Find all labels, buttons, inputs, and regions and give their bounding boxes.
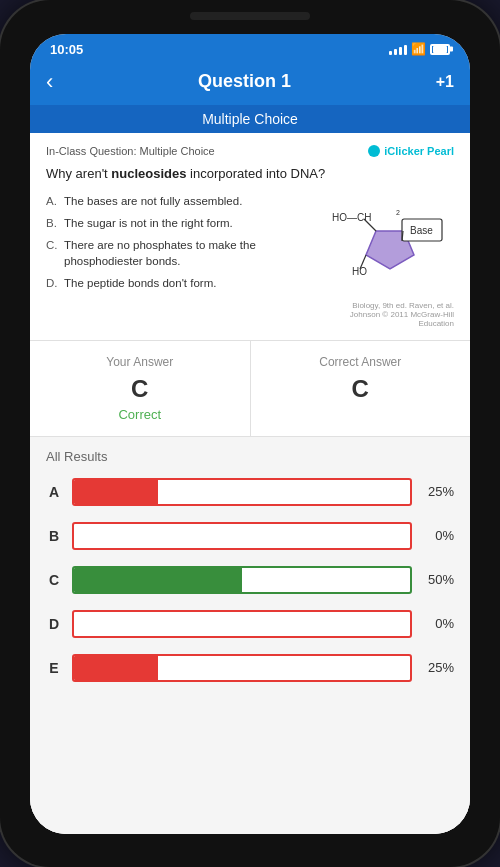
result-label: A — [46, 484, 62, 500]
result-bar-fill — [74, 568, 242, 592]
question-body: A. The bases are not fully assembled. B.… — [46, 193, 454, 328]
result-label: E — [46, 660, 62, 676]
question-type-meta: In-Class Question: Multiple Choice — [46, 145, 215, 157]
your-answer-label: Your Answer — [46, 355, 234, 369]
image-credit: Biology, 9th ed. Raven, et al. Johnson ©… — [324, 301, 454, 328]
answer-section: Your Answer C Correct Correct Answer C — [30, 341, 470, 437]
signal-icon — [389, 43, 407, 55]
content-area: In-Class Question: Multiple Choice iClic… — [30, 133, 470, 834]
question-type-label: Multiple Choice — [202, 111, 298, 127]
nav-header: ‹ Question 1 +1 — [30, 61, 470, 105]
result-bar-fill — [74, 656, 158, 680]
result-bar-container — [72, 478, 412, 506]
result-label: C — [46, 572, 62, 588]
choice-a: A. The bases are not fully assembled. — [46, 193, 316, 209]
result-bar-container — [72, 654, 412, 682]
result-label: B — [46, 528, 62, 544]
phone-screen: 10:05 📶 ‹ Question 1 +1 Multip — [30, 34, 470, 834]
your-answer-status: Correct — [46, 407, 234, 422]
question-meta: In-Class Question: Multiple Choice iClic… — [46, 145, 454, 157]
result-pct: 50% — [422, 572, 454, 587]
choice-d: D. The peptide bonds don't form. — [46, 275, 316, 291]
status-bar: 10:05 📶 — [30, 34, 470, 61]
correct-answer-col: Correct Answer C — [251, 341, 471, 436]
result-row: C 50% — [46, 566, 454, 594]
wifi-icon: 📶 — [411, 42, 426, 56]
results-bars: A 25% B 0% C 50% D 0% E — [46, 478, 454, 682]
iclicker-dot — [368, 145, 380, 157]
choice-b: B. The sugar is not in the right form. — [46, 215, 316, 231]
your-answer-value: C — [46, 375, 234, 403]
question-card: In-Class Question: Multiple Choice iClic… — [30, 133, 470, 341]
status-time: 10:05 — [50, 42, 83, 57]
answer-choices: A. The bases are not fully assembled. B.… — [46, 193, 316, 328]
result-bar-container — [72, 522, 412, 550]
result-bar-container — [72, 610, 412, 638]
svg-text:2: 2 — [396, 209, 400, 216]
svg-text:HO: HO — [352, 266, 367, 277]
result-label: D — [46, 616, 62, 632]
page-title: Question 1 — [198, 71, 291, 92]
status-icons: 📶 — [389, 42, 450, 56]
svg-text:Base: Base — [410, 225, 433, 236]
iclicker-brand: iClicker Pearl — [384, 145, 454, 157]
battery-icon — [430, 44, 450, 55]
result-pct: 25% — [422, 660, 454, 675]
phone-notch — [190, 12, 310, 20]
question-text: Why aren't nucleosides incorporated into… — [46, 165, 454, 183]
plus-score: +1 — [436, 73, 454, 91]
result-row: E 25% — [46, 654, 454, 682]
your-answer-col: Your Answer C Correct — [30, 341, 251, 436]
result-pct: 25% — [422, 484, 454, 499]
results-section: All Results A 25% B 0% C 50% D — [30, 437, 470, 834]
phone-frame: 10:05 📶 ‹ Question 1 +1 Multip — [0, 0, 500, 867]
result-pct: 0% — [422, 616, 454, 631]
result-pct: 0% — [422, 528, 454, 543]
result-bar-fill — [74, 480, 158, 504]
sub-header: Multiple Choice — [30, 105, 470, 133]
back-button[interactable]: ‹ — [46, 69, 53, 95]
results-title: All Results — [46, 449, 454, 464]
choice-c: C. There are no phosphates to make the p… — [46, 237, 316, 269]
result-row: A 25% — [46, 478, 454, 506]
result-bar-container — [72, 566, 412, 594]
result-row: D 0% — [46, 610, 454, 638]
result-row: B 0% — [46, 522, 454, 550]
correct-answer-label: Correct Answer — [267, 355, 455, 369]
iclicker-logo: iClicker Pearl — [368, 145, 454, 157]
molecule-diagram: HO—CH 2 Base HO — [324, 193, 454, 328]
correct-answer-value: C — [267, 375, 455, 403]
